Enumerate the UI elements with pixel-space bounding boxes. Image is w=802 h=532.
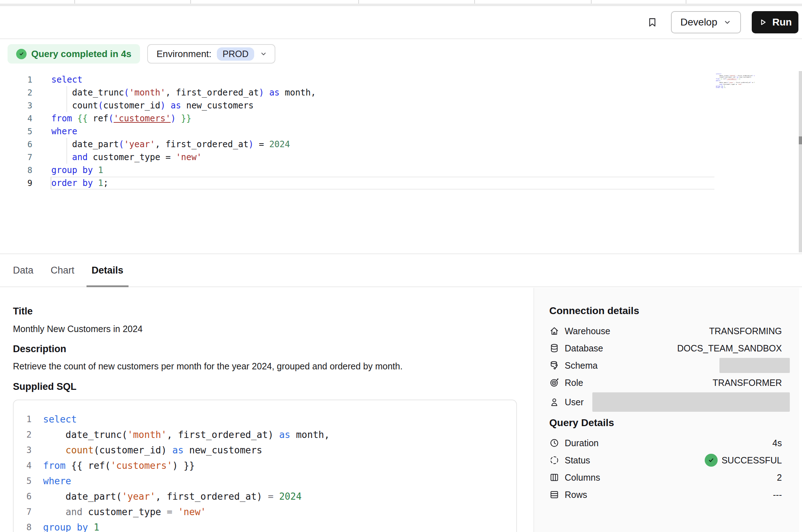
tab-divider (474, 0, 475, 4)
environment-label: Environment: (157, 48, 211, 60)
code-line-4: 4from {{ ref('customers') }} (7, 112, 725, 125)
sql-editor[interactable]: 1select2 date_trunc('month', first_order… (0, 70, 802, 253)
scrollbar-thumb[interactable] (799, 136, 802, 144)
line-number: 3 (7, 99, 32, 112)
tab-divider (686, 0, 686, 4)
chevron-down-icon (723, 18, 732, 27)
tab-divider (74, 0, 75, 4)
user-row: User (549, 391, 782, 413)
line-number: 4 (7, 112, 32, 125)
user-icon (549, 397, 559, 407)
line-number: 8 (24, 520, 32, 532)
bookmark-icon (647, 15, 658, 29)
line-number: 2 (24, 427, 32, 443)
duration-value: 4s (773, 438, 782, 448)
status-row: Query completed in 4s Environment: PROD (8, 44, 275, 64)
rows-label: Rows (565, 490, 587, 500)
code-line-9: order by 1; (716, 87, 755, 89)
code-line-6: 6 date_part('year', first_ordered_at) = … (7, 138, 725, 151)
play-icon (758, 18, 768, 27)
code-line-7: 7 and customer_type = 'new' (7, 151, 725, 164)
tab-chart[interactable]: Chart (51, 254, 74, 286)
description-value: Retrieve the count of new customers per … (13, 361, 402, 372)
code-line-5: 5where (24, 473, 516, 489)
environment-dropdown[interactable]: Environment: PROD (147, 44, 275, 64)
line-number: 1 (7, 73, 32, 86)
line-number: 5 (7, 125, 32, 138)
warehouse-value: TRANSFORMING (709, 326, 782, 336)
supplied-sql-heading: Supplied SQL (13, 381, 76, 392)
code-line-8: 8group by 1 (7, 164, 725, 177)
status-row-detail: Status SUCCESSFUL (549, 452, 782, 469)
role-value: TRANSFORMER (713, 378, 782, 388)
columns-label: Columns (565, 472, 600, 483)
title-heading: Title (13, 306, 33, 317)
status-dashed-circle-icon (549, 455, 559, 465)
duration-clock-icon (549, 438, 559, 448)
code-line-5: 5where (7, 125, 725, 138)
chevron-down-icon (260, 50, 267, 58)
status-label: Status (565, 455, 590, 466)
code-line-2: 2 date_trunc('month', first_ordered_at) … (7, 86, 725, 99)
database-icon (549, 343, 559, 353)
supplied-sql-code-block: 1select2 date_trunc('month', first_order… (13, 400, 517, 532)
duration-row: Duration 4s (549, 434, 782, 452)
rows-row: Rows --- (549, 486, 782, 503)
develop-label: Develop (680, 17, 717, 28)
role-row: Role TRANSFORMER (549, 374, 782, 391)
rows-value: --- (773, 490, 782, 500)
run-button[interactable]: Run (752, 11, 798, 33)
develop-dropdown-button[interactable]: Develop (671, 11, 741, 33)
minimap-code: select date_trunc('month', first_ordered… (716, 73, 755, 88)
query-status-text: Query completed in 4s (31, 48, 131, 60)
schema-value-redacted (719, 358, 790, 373)
code-line-1: 1select (7, 73, 725, 86)
columns-icon (549, 472, 559, 482)
description-heading: Description (13, 344, 66, 355)
line-number: 6 (24, 489, 32, 504)
connection-details-panel: Connection details Warehouse TRANSFORMIN… (533, 288, 799, 532)
line-number: 3 (24, 443, 32, 458)
success-check-icon (705, 454, 718, 467)
line-number: 5 (24, 473, 32, 489)
check-circle-icon (16, 49, 27, 59)
run-label: Run (772, 17, 792, 28)
status-value-group: SUCCESSFUL (705, 454, 782, 467)
line-number: 4 (24, 458, 32, 473)
code-line-3: 3 count(customer_id) as new_customers (7, 99, 725, 112)
role-target-icon (549, 378, 559, 388)
tab-details[interactable]: Details (92, 254, 123, 286)
columns-row: Columns 2 (549, 469, 782, 486)
bookmark-button[interactable] (644, 14, 660, 31)
database-label: Database (565, 343, 603, 354)
code-line-6: 6 date_part('year', first_ordered_at) = … (24, 489, 516, 504)
line-number: 1 (24, 412, 32, 427)
line-number: 2 (7, 86, 32, 99)
code-line-7: 7 and customer_type = 'new' (24, 504, 516, 520)
editor-scrollbar[interactable] (799, 71, 802, 252)
top-divider-band (0, 4, 802, 6)
environment-value-chip: PROD (217, 47, 254, 61)
status-value: SUCCESSFUL (722, 455, 782, 466)
editor-code-area[interactable]: 1select2 date_trunc('month', first_order… (7, 73, 725, 190)
query-status-pill: Query completed in 4s (8, 44, 140, 64)
query-details-heading: Query Details (549, 417, 614, 429)
database-value: DOCS_TEAM_SANDBOX (677, 343, 782, 354)
code-line-1: 1select (24, 412, 516, 427)
line-number: 6 (7, 138, 32, 151)
code-line-4: 4from {{ ref('customers') }} (24, 458, 516, 473)
tab-divider (591, 0, 592, 4)
code-line-9: 9order by 1; (7, 177, 725, 190)
tab-divider (358, 0, 359, 4)
database-row: Database DOCS_TEAM_SANDBOX (549, 340, 782, 357)
results-tabbar: Data Chart Details (0, 253, 802, 287)
role-label: Role (565, 378, 583, 388)
schema-row: Schema (549, 357, 782, 374)
header-toolbar: Develop Run (0, 6, 802, 39)
user-value-redacted (592, 392, 790, 412)
rows-icon (549, 490, 559, 500)
line-number: 7 (24, 504, 32, 520)
editor-minimap[interactable]: select date_trunc('month', first_ordered… (716, 73, 755, 92)
query-metadata-pane: Title Monthly New Customers in 2024 Desc… (13, 288, 517, 532)
tab-data[interactable]: Data (13, 254, 33, 286)
